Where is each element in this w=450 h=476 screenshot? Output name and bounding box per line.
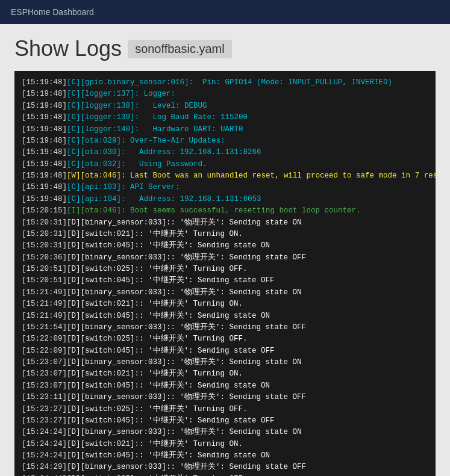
log-line: [15:19:48][C][logger:137]: Logger: bbox=[22, 88, 428, 100]
log-line: [15:20:51][D][switch:045]:: '中继开关': Send… bbox=[22, 275, 428, 286]
log-line: [15:21:49][D][binary_sensor:033]:: '物理开关… bbox=[22, 287, 428, 298]
log-line: [15:20:31][D][binary_sensor:033]:: '物理开关… bbox=[22, 217, 428, 229]
main-content: Show Logs sonoffbasic.yaml [15:19:48][C]… bbox=[0, 24, 450, 476]
log-line: [15:19:48][C][ota:030]: Address: 192.168… bbox=[22, 147, 428, 158]
watermark-brand: Hassbian.com bbox=[325, 470, 426, 476]
log-line: [15:23:27][D][switch:045]:: '中继开关': Send… bbox=[22, 415, 428, 427]
log-line: [15:20:36][D][binary_sensor:033]:: '物理开关… bbox=[22, 252, 428, 264]
log-line: [15:23:11][D][binary_sensor:033]:: '物理开关… bbox=[22, 392, 428, 403]
log-line: [15:21:54][D][binary_sensor:033]:: '物理开关… bbox=[22, 322, 428, 333]
page-title: Show Logs bbox=[14, 36, 122, 61]
log-line: [15:21:49][D][switch:045]:: '中继开关': Send… bbox=[22, 311, 428, 322]
log-line: [15:22:09][D][switch:045]:: '中继开关': Send… bbox=[22, 345, 428, 357]
log-line: [15:19:48][C][api:104]: Address: 192.168… bbox=[22, 194, 428, 205]
app-title: ESPHome Dashboard bbox=[11, 7, 94, 17]
watermark: Hassbian.com 瀚思彼岸技术论坛 bbox=[325, 470, 426, 476]
log-line: [15:20:15][I][ota:046]: Boot seems succe… bbox=[22, 205, 428, 217]
log-line: [15:23:07][D][switch:045]:: '中继开关': Send… bbox=[22, 380, 428, 392]
page-title-section: Show Logs sonoffbasic.yaml bbox=[14, 36, 436, 61]
log-line: [15:22:09][D][switch:025]:: '中继开关' Turni… bbox=[22, 333, 428, 345]
log-line: [15:24:24][D][switch:045]:: '中继开关': Send… bbox=[22, 450, 428, 462]
log-line: [15:24:24][D][switch:021]:: '中继开关' Turni… bbox=[22, 439, 428, 450]
log-line: [15:19:48][C][logger:139]: Log Baud Rate… bbox=[22, 112, 428, 123]
log-line: [15:20:31][D][switch:045]:: '中继开关': Send… bbox=[22, 240, 428, 252]
log-line: [15:21:49][D][switch:021]:: '中继开关' Turni… bbox=[22, 298, 428, 310]
filename-badge: sonoffbasic.yaml bbox=[128, 40, 232, 58]
log-line: [15:19:48][C][gpio.binary_sensor:016]: P… bbox=[22, 77, 428, 88]
log-container: [15:19:48][C][gpio.binary_sensor:016]: P… bbox=[14, 71, 436, 476]
log-line: [15:23:07][D][switch:021]:: '中继开关' Turni… bbox=[22, 368, 428, 380]
log-line: [15:24:24][D][binary_sensor:033]:: '物理开关… bbox=[22, 427, 428, 438]
log-line: [15:19:48][C][logger:138]: Level: DEBUG bbox=[22, 100, 428, 112]
top-bar: ESPHome Dashboard bbox=[0, 0, 450, 24]
log-line: [15:19:48][C][logger:140]: Hardware UART… bbox=[22, 124, 428, 135]
log-line: [15:20:31][D][switch:021]:: '中继开关' Turni… bbox=[22, 229, 428, 240]
log-line: [15:19:48][W][ota:046]: Last Boot was an… bbox=[22, 170, 428, 182]
log-line: [15:20:51][D][switch:025]:: '中继开关' Turni… bbox=[22, 264, 428, 275]
log-line: [15:19:48][C][api:103]: API Server: bbox=[22, 182, 428, 193]
log-line: [15:23:27][D][switch:025]:: '中继开关' Turni… bbox=[22, 404, 428, 415]
log-line: [15:19:48][C][ota:032]: Using Password. bbox=[22, 159, 428, 170]
log-line: [15:19:48][C][ota:029]: Over-The-Air Upd… bbox=[22, 135, 428, 147]
log-line: [15:23:07][D][binary_sensor:033]:: '物理开关… bbox=[22, 357, 428, 368]
